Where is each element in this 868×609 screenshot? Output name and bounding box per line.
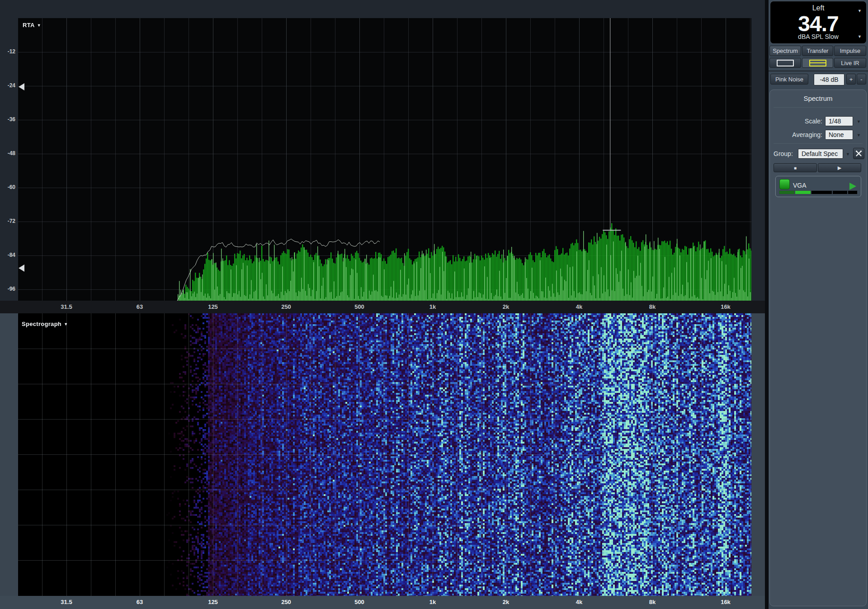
- x-tick-label: 250: [281, 599, 291, 605]
- rta-frequency-axis: 31.5631252505001k2k4k8k16k: [0, 301, 765, 313]
- y-tick-label: -48: [0, 150, 15, 156]
- spl-value: 34.7: [770, 11, 866, 36]
- x-tick-label: 16k: [721, 599, 731, 605]
- x-tick-label: 125: [208, 303, 218, 310]
- y-tick-label: -72: [0, 218, 15, 224]
- group-dropdown[interactable]: Default Spec: [798, 149, 843, 159]
- divider: [774, 107, 863, 108]
- spl-mode-dropdown-icon[interactable]: ▼: [858, 34, 862, 39]
- averaging-dropdown[interactable]: None: [825, 130, 853, 140]
- split-pane-view-button[interactable]: [802, 58, 833, 68]
- divider: [774, 143, 863, 144]
- x-tick-label: 8k: [649, 303, 656, 310]
- x-tick-label: 2k: [503, 303, 509, 310]
- trace-active-led[interactable]: [779, 179, 790, 189]
- spectrograph-frequency-axis: 31.5631252505001k2k4k8k16k: [0, 596, 765, 609]
- y-tick-label: -60: [0, 184, 15, 190]
- averaging-label: Averaging:: [770, 131, 822, 138]
- y-tick-label: -96: [0, 286, 15, 292]
- single-pane-icon: [777, 60, 794, 66]
- x-tick-label: 4k: [576, 303, 582, 310]
- spectrum-control-panel: Spectrum Scale: 1/48 ▼ Averaging: None ▼…: [769, 90, 867, 606]
- panel-title: Spectrum: [770, 94, 866, 102]
- live-ir-button[interactable]: Live IR: [834, 58, 866, 68]
- scale-dropdown[interactable]: 1/48: [825, 116, 853, 126]
- tools-icon: [855, 150, 862, 157]
- spl-meter[interactable]: Left 34.7 dBA SPL Slow ▼ ▼: [770, 1, 867, 44]
- scale-dropdown-arrow-icon[interactable]: ▼: [857, 119, 861, 124]
- trace-name: VGA: [793, 182, 807, 189]
- divider: [769, 71, 868, 71]
- trace-run-icon[interactable]: [849, 183, 856, 190]
- x-tick-label: 500: [354, 599, 364, 605]
- spectrograph-pane-title: Spectrograph: [22, 321, 61, 327]
- run-all-button[interactable]: ▶: [818, 163, 861, 172]
- x-tick-label: 250: [281, 303, 291, 310]
- x-tick-label: 2k: [503, 599, 509, 605]
- rta-plot-canvas[interactable]: [18, 18, 751, 301]
- tab-spectrum[interactable]: Spectrum: [769, 46, 801, 56]
- tab-impulse[interactable]: Impulse: [834, 46, 866, 56]
- rta-pane-title: RTA: [23, 22, 35, 28]
- rta-pane-menu[interactable]: RTA▼: [23, 22, 41, 28]
- chevron-down-icon: ▼: [64, 322, 68, 326]
- x-tick-label: 16k: [721, 303, 731, 310]
- x-tick-label: 8k: [649, 599, 656, 605]
- group-label: Group:: [774, 150, 793, 157]
- x-tick-label: 31.5: [61, 303, 72, 310]
- x-tick-label: 500: [354, 303, 364, 310]
- stop-all-button[interactable]: ■: [774, 163, 817, 172]
- spl-source-dropdown-icon[interactable]: ▼: [858, 9, 862, 13]
- rta-lower-threshold-marker[interactable]: [19, 264, 24, 272]
- trace-item-vga[interactable]: VGA: [775, 176, 861, 197]
- chevron-down-icon: ▼: [37, 23, 41, 28]
- meter-segment: [795, 191, 810, 194]
- group-dropdown-arrow-icon[interactable]: ▼: [846, 152, 850, 156]
- tab-transfer[interactable]: Transfer: [802, 46, 833, 56]
- spectrograph-canvas[interactable]: [18, 313, 751, 596]
- group-manager-button[interactable]: [853, 148, 864, 159]
- x-tick-label: 31.5: [61, 599, 72, 605]
- spectrograph-pane-menu[interactable]: Spectrograph▼: [22, 321, 68, 327]
- meter-segment: [811, 191, 832, 194]
- meter-segment: [779, 191, 794, 194]
- scale-label: Scale:: [770, 118, 822, 125]
- generator-level-field[interactable]: -48 dB: [814, 74, 844, 85]
- x-tick-label: 63: [137, 303, 143, 310]
- generator-level-minus-button[interactable]: -: [857, 74, 866, 85]
- split-pane-icon: [809, 60, 826, 66]
- spl-unit-label: dBA SPL Slow: [770, 33, 866, 40]
- x-tick-label: 63: [137, 599, 143, 605]
- meter-segment: [848, 191, 857, 194]
- x-tick-label: 1k: [429, 599, 436, 605]
- y-tick-label: -84: [0, 252, 15, 258]
- generator-level-plus-button[interactable]: +: [846, 74, 856, 85]
- x-tick-label: 125: [208, 599, 218, 605]
- trace-level-meter: [779, 190, 858, 194]
- single-pane-view-button[interactable]: [769, 58, 801, 68]
- rta-pane: RTA▼ -12-24-36-48-60-72-84-96: [0, 0, 765, 301]
- rta-upper-threshold-marker[interactable]: [19, 83, 24, 90]
- x-tick-label: 4k: [576, 599, 582, 605]
- x-tick-label: 1k: [429, 303, 436, 310]
- y-tick-label: -12: [0, 48, 15, 55]
- control-sidebar: Left 34.7 dBA SPL Slow ▼ ▼ Spectrum Tran…: [769, 0, 868, 609]
- pink-noise-button[interactable]: Pink Noise: [770, 74, 808, 85]
- averaging-dropdown-arrow-icon[interactable]: ▼: [857, 133, 861, 137]
- y-tick-label: -24: [0, 82, 15, 89]
- graph-area: RTA▼ -12-24-36-48-60-72-84-96 31.5631252…: [0, 0, 765, 609]
- smaart-window: RTA▼ -12-24-36-48-60-72-84-96 31.5631252…: [0, 0, 868, 609]
- meter-segment: [833, 191, 847, 194]
- y-tick-label: -36: [0, 116, 15, 123]
